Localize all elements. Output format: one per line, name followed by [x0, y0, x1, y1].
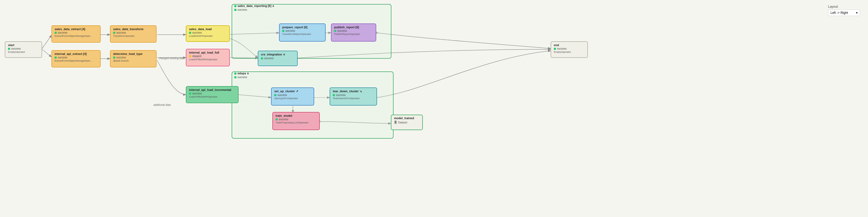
node-end-operator: EmptyOperator [554, 50, 585, 53]
node-model-trained-title: model_trained [394, 116, 420, 120]
node-tear-down-cluster-status: success [333, 93, 374, 97]
node-set-up-cluster-title: set_up_cluster ↗ [274, 89, 311, 93]
group-title-mlops: mlops ∧ [234, 72, 249, 75]
node-sales-data-extract[interactable]: sales_data_extract [4] success ExtractFr… [52, 25, 101, 43]
node-determine-load-type-operator: @task.branch [113, 59, 153, 62]
node-determine-load-type[interactable]: determine_load_type success @task.branch [110, 50, 157, 67]
node-publish-report-status: success [334, 29, 373, 32]
node-internal-api-load-full[interactable]: internal_api_load_full skipped LoadAPIlt… [186, 49, 230, 66]
node-end[interactable]: end success EmptyOperator [551, 41, 588, 58]
group-title-reporting: sales_data_reporting [6] ∧ [234, 4, 274, 8]
group-status-dot-reporting [234, 5, 237, 7]
node-internal-api-load-incremental-title: internal_api_load_incremental [189, 88, 236, 91]
dataset-icon: 🗄 [394, 121, 397, 124]
node-tear-down-cluster-operator: TearDownGPUOperator [333, 97, 374, 100]
mlops-status-dot [234, 76, 237, 78]
node-internal-api-extract-title: internal_api_extract [4] [55, 52, 97, 55]
node-prepare-report-status: success [282, 29, 322, 32]
node-train-model-operator: TrainProprietaryLLMOperator [276, 121, 317, 124]
node-internal-api-extract-operator: ExtractFromObjectStorageOper... [55, 59, 97, 62]
node-start-dot [8, 48, 10, 50]
node-sales-data-transform-operator: TransformOperator [113, 34, 153, 37]
node-publish-report-operator: PublishReportOperator [334, 32, 373, 35]
node-model-trained[interactable]: model_trained 🗄 Dataset [391, 115, 423, 130]
node-determine-load-type-title: determine_load_type [113, 52, 153, 55]
node-start-operator: EmptyOperator [8, 50, 39, 53]
group-status-mlops: success [234, 76, 247, 79]
node-sales-data-load-operator: LoadtoDWHOperator [189, 34, 226, 37]
node-tear-down-cluster[interactable]: tear_down_cluster ↘ success TearDownGPUO… [330, 87, 377, 106]
node-train-model-status: success [276, 118, 317, 121]
dag-canvas: sales_data_reporting [6] ∧ success mlops… [0, 0, 868, 217]
model-trained-label: Dataset [398, 121, 407, 124]
node-set-up-cluster[interactable]: set_up_cluster ↗ success SpinUpGPUOperat… [271, 87, 314, 106]
node-set-up-cluster-operator: SpinUpGPUOperator [274, 97, 311, 100]
node-internal-api-load-full-title: internal_api_load_full [189, 51, 226, 54]
node-sales-data-extract-operator: ExtractFromObjectStorageOper... [55, 34, 97, 37]
node-prepare-report-operator: TransformReportOperator [282, 32, 322, 35]
node-start[interactable]: start success EmptyOperator [5, 41, 42, 58]
node-internal-api-extract-status: success [55, 56, 97, 59]
node-tear-down-cluster-title: tear_down_cluster ↘ [333, 89, 374, 93]
node-internal-api-load-full-operator: LoadAPIltoDWHOperator [189, 58, 226, 61]
node-end-status: success [554, 47, 585, 50]
node-sales-data-load[interactable]: sales_data_load success LoadtoDWHOperato… [186, 25, 230, 42]
edge-label-changed-existing-data: changed existing data [159, 57, 185, 60]
node-internal-api-extract[interactable]: internal_api_extract [4] success Extract… [52, 50, 101, 67]
layout-label: Layout: [828, 5, 838, 8]
node-internal-api-load-incremental-operator: LoadAPIltoDWHOperator [189, 95, 236, 98]
node-sales-data-load-status: success [189, 31, 226, 34]
chevron-down-icon: ▾ [856, 11, 858, 15]
node-prepare-report-title: prepare_report [6] [282, 26, 322, 29]
node-cre-integration[interactable]: cre_integration ∨ success [258, 51, 298, 66]
node-sales-data-extract-status: success [55, 31, 97, 34]
reporting-status-dot [234, 9, 237, 11]
node-train-model[interactable]: train_model success TrainProprietaryLLMO… [272, 112, 320, 130]
node-internal-api-load-incremental-status: success [189, 92, 236, 95]
node-sales-data-transform-status: success [113, 31, 153, 34]
node-end-dot [554, 48, 556, 50]
mlops-status-dot-title [234, 73, 237, 75]
node-internal-api-load-full-status: skipped [189, 55, 226, 58]
edge-label-additional-data: additional data [153, 103, 171, 106]
node-set-up-cluster-status: success [274, 93, 311, 97]
node-sales-data-transform-title: sales_data_transform [113, 27, 153, 31]
layout-select[interactable]: Left -> Right ▾ [828, 9, 860, 16]
node-end-title: end [554, 44, 585, 47]
node-start-title: start [8, 44, 39, 47]
group-status-reporting: success [234, 8, 247, 11]
node-sales-data-load-title: sales_data_load [189, 27, 226, 31]
node-publish-report-title: publish_report [6] [334, 26, 373, 29]
node-sales-data-transform[interactable]: sales_data_transform success TransformOp… [110, 25, 157, 43]
node-start-status: success [8, 47, 39, 50]
layout-value: Left -> Right [831, 11, 848, 15]
node-prepare-report[interactable]: prepare_report [6] success TransformRepo… [279, 24, 326, 42]
node-determine-load-type-status: success [113, 56, 153, 59]
node-cre-integration-status: success [261, 57, 294, 60]
node-cre-integration-title: cre_integration ∨ [261, 53, 294, 56]
node-internal-api-load-incremental[interactable]: internal_api_load_incremental success Lo… [186, 86, 239, 103]
node-sales-data-extract-title: sales_data_extract [4] [55, 27, 97, 31]
layout-control: Layout: Left -> Right ▾ [828, 5, 860, 16]
node-train-model-title: train_model [276, 114, 317, 117]
node-publish-report[interactable]: publish_report [6] success PublishReport… [331, 24, 376, 42]
